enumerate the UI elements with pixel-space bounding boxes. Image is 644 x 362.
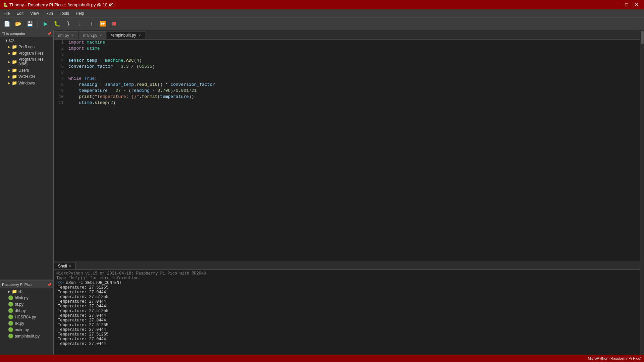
sidebar-item-label: dht.py (15, 308, 26, 313)
sidebar-root-label: C:\ (9, 38, 14, 43)
folder-icon: 📁 (12, 74, 17, 79)
sidebar-top-header[interactable]: This computer 📌 (0, 30, 53, 37)
py-file-icon: 🟢 (8, 308, 13, 313)
code-line-2: 2 import utime (54, 46, 640, 52)
step-out-button[interactable]: ↑ (86, 19, 96, 29)
menu-tools[interactable]: Tools (56, 9, 72, 17)
debug-button[interactable]: 🐛 (52, 19, 62, 29)
sidebar-item-label: Windows (18, 81, 35, 85)
titlebar-title: 🐍 Thonny - Raspberry Pi Pico :: /tempinb… (3, 2, 113, 7)
menu-view[interactable]: View (27, 9, 42, 17)
code-line-7: 7 while True: (54, 76, 640, 82)
sidebar-item-hcsr04py[interactable]: 🟢HCSR04.py (0, 314, 53, 320)
tab-mainpy[interactable]: main.py ✕ (79, 31, 106, 39)
resume-button[interactable]: ⏩ (98, 19, 108, 29)
shell-tab-close-icon[interactable]: ✕ (68, 264, 71, 268)
shell-tab-label: Shell (58, 264, 67, 268)
line-num-3: 3 (54, 52, 67, 58)
sidebar-top-pin[interactable]: 📌 (47, 32, 51, 36)
tab-dhtpy-close[interactable]: ✕ (71, 34, 74, 37)
line-num-1: 1 (54, 40, 67, 46)
shell-output[interactable]: MicroPython v1.15 on 2021-04-18; Raspber… (54, 270, 640, 355)
sidebar-bottom-section: Raspberry Pi Pico 📌 ▸📁lib🟢blink.py🟢bt.py… (0, 281, 53, 355)
tab-tempinbuiltpy-close[interactable]: ✕ (138, 34, 141, 37)
folder-icon: 📁 (12, 289, 17, 294)
shell-output-line: Temperature: 27.0444 (56, 313, 637, 318)
sidebar-item-programfiles[interactable]: ▸📁Program Files (0, 50, 53, 56)
minimize-button[interactable]: ─ (612, 0, 621, 9)
step-over-button[interactable]: ⤵ (63, 19, 73, 29)
sidebar-item-blinkpy[interactable]: 🟢blink.py (0, 295, 53, 301)
shell-tab-bar: Shell ✕ (54, 261, 640, 270)
close-button[interactable]: ✕ (632, 0, 641, 9)
py-file-icon: 🟢 (8, 334, 13, 339)
tab-tempinbuiltpy-label: tempinbuilt.py (111, 33, 136, 38)
sidebar-item-dhtpy[interactable]: 🟢dht.py (0, 307, 53, 314)
maximize-button[interactable]: □ (622, 0, 631, 9)
line-num-9: 9 (54, 88, 67, 94)
sidebar-bottom-header[interactable]: Raspberry Pi Pico 📌 (0, 281, 53, 288)
stop-button[interactable]: ⏹ (109, 19, 119, 29)
sidebar-item-label: IR.py (15, 321, 24, 326)
menu-help[interactable]: Help (72, 9, 88, 17)
py-file-icon: 🟢 (8, 295, 13, 300)
shell-cmd: %Run -c $EDITOR_CONTENT (66, 281, 122, 285)
line-content-1: import machine (67, 40, 640, 46)
py-file-icon: 🟢 (8, 321, 13, 326)
app-icon: 🐍 (3, 2, 8, 7)
line-num-4: 4 (54, 58, 67, 64)
open-file-button[interactable]: 📂 (13, 19, 23, 29)
shell-output-line: Temperature: 27.51255 (56, 309, 637, 313)
code-line-4: 4 sensor_temp = machine.ADC(4) (54, 58, 640, 64)
sidebar-item-lib[interactable]: ▸📁lib (0, 288, 53, 295)
statusbar-right: MicroPython (Raspberry Pi Pico) (588, 356, 641, 360)
tab-dhtpy[interactable]: dht.py ✕ (54, 31, 78, 39)
scroll-thumb[interactable] (641, 31, 644, 44)
line-num-11: 11 (54, 100, 67, 106)
sidebar-item-label: Users (18, 68, 29, 73)
sidebar-item-programfiles(x86)[interactable]: ▸📁Program Files (x86) (0, 56, 53, 67)
line-content-8: reading = sensor_temp.read_u16() * conve… (67, 82, 640, 88)
sidebar-item-btpy[interactable]: 🟢bt.py (0, 301, 53, 307)
right-scrollbar[interactable] (640, 30, 644, 355)
sidebar-item-mainpy[interactable]: 🟢main.py (0, 326, 53, 333)
sidebar-item-irpy[interactable]: 🟢IR.py (0, 320, 53, 326)
tab-bar: dht.py ✕ main.py ✕ tempinbuilt.py ✕ (54, 30, 640, 40)
menu-edit[interactable]: Edit (13, 9, 27, 17)
sidebar-bottom-items: ▸📁lib🟢blink.py🟢bt.py🟢dht.py🟢HCSR04.py🟢IR… (0, 288, 53, 339)
sidebar-bottom-pin[interactable]: 📌 (47, 283, 51, 287)
line-num-2: 2 (54, 46, 67, 52)
folder-icon: 📁 (12, 44, 17, 49)
shell-output-line: Temperature: 27.0444 (56, 342, 637, 346)
step-into-button[interactable]: ↓ (75, 19, 85, 29)
tab-tempinbuiltpy[interactable]: tempinbuilt.py ✕ (107, 31, 145, 39)
sidebar-root[interactable]: ▾ C:\ (0, 37, 53, 44)
run-button[interactable]: ▶ (41, 19, 51, 29)
titlebar: 🐍 Thonny - Raspberry Pi Pico :: /tempinb… (0, 0, 644, 9)
toolbar-separator-1 (38, 20, 38, 28)
sidebar-item-label: tempinbuilt.py (15, 334, 40, 339)
menubar: File Edit View Run Tools Help (0, 9, 644, 17)
line-content-3 (67, 52, 640, 58)
shell-output-line: Temperature: 27.51255 (56, 295, 637, 299)
new-file-button[interactable]: 📄 (2, 19, 12, 29)
sidebar-top-title: This computer (2, 32, 25, 36)
tab-mainpy-close[interactable]: ✕ (99, 34, 102, 37)
sidebar-item-wch.cn[interactable]: ▸📁WCH.CN (0, 73, 53, 80)
shell-tab[interactable]: Shell ✕ (54, 262, 75, 269)
statusbar: MicroPython (Raspberry Pi Pico) (0, 355, 644, 362)
sidebar-item-windows[interactable]: ▸📁Windows (0, 80, 53, 86)
code-editor[interactable]: 1 import machine 2 import utime 3 4 sens… (54, 40, 640, 261)
shell-prompt: >>> (56, 281, 66, 285)
py-file-icon: 🟢 (8, 327, 13, 332)
sidebar-item-users[interactable]: ▸📁Users (0, 67, 53, 73)
menu-run[interactable]: Run (42, 9, 56, 17)
line-content-10: print("Temperature: {}".format(temperatu… (67, 94, 640, 100)
shell-area: Shell ✕ MicroPython v1.15 on 2021-04-18;… (54, 261, 640, 355)
sidebar-item-perflogs[interactable]: ▸📁PerfLogs (0, 44, 53, 50)
line-num-7: 7 (54, 76, 67, 82)
code-line-11: 11 utime.sleep(2) (54, 100, 640, 106)
sidebar-item-tempinbuiltpy[interactable]: 🟢tempinbuilt.py (0, 333, 53, 339)
menu-file[interactable]: File (0, 9, 13, 17)
save-file-button[interactable]: 💾 (25, 19, 35, 29)
